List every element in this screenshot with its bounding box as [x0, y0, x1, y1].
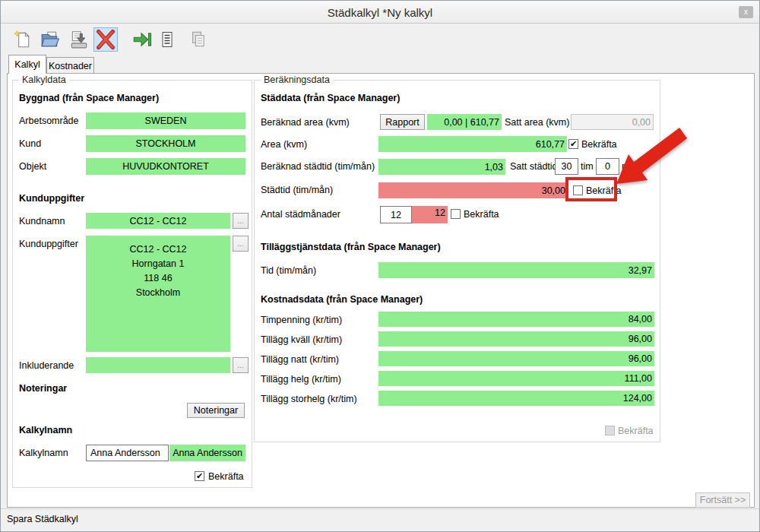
label-arbetsomrade: Arbetsområde — [19, 116, 79, 127]
field-tillagg-storhelg: 124,00 — [378, 391, 654, 406]
label-satt-area: Satt area (kvm) — [505, 117, 569, 128]
copy-icon — [187, 30, 207, 49]
field-tillagg-natt: 96,00 — [378, 351, 654, 366]
label-beraknad-stadtid: Beräknad städtid (tim/mån) — [261, 161, 375, 173]
label-inkluderande: Inkluderande — [19, 360, 74, 372]
save-button[interactable] — [67, 27, 91, 52]
field-area: 610,77 — [378, 136, 567, 152]
label-antal-stadmanader: Antal städmånader — [261, 209, 340, 220]
field-beraknad-area: 0,00 | 610,77 — [427, 114, 502, 130]
delete-x-icon — [95, 29, 116, 50]
label-stadtid: Städtid (tim/mån) — [261, 185, 333, 196]
label-kundnamn: Kundnamn — [19, 216, 65, 227]
tab-page-kalkyl: Kalkyldata Byggnad (från Space Manager) … — [7, 73, 755, 508]
field-kalkylnamn-confirmed: Anna Andersson — [169, 445, 245, 461]
field-antal-stadmanader: 12 — [412, 206, 448, 223]
field-kunduppgifter-detaljer: CC12 - CC12 Horngatan 1 118 46 Stockholm — [86, 236, 230, 352]
tab-kalkyl[interactable]: Kalkyl — [8, 55, 46, 74]
group-berakningsdata-legend: Beräkningsdata — [261, 74, 333, 85]
kund-line-1: CC12 - CC12 — [129, 242, 186, 257]
heading-kostnadsdata: Kostnadsdata (från Space Manager) — [261, 294, 423, 305]
label-tim: tim — [581, 161, 594, 173]
heading-kalkylnamn: Kalkylnamn — [19, 425, 72, 435]
field-inkluderande — [86, 357, 230, 373]
field-tillagg-kvall: 96,00 — [378, 331, 654, 347]
rapport-button[interactable]: Rapport — [380, 114, 425, 130]
group-berakningsdata: Beräkningsdata Städdata (från Space Mana… — [254, 80, 660, 442]
close-button[interactable]: x — [739, 6, 753, 18]
field-kundnamn: CC12 - CC12 — [86, 213, 230, 229]
heading-byggnad: Byggnad (från Space Manager) — [19, 93, 159, 103]
field-beraknad-stadtid: 1,03 — [378, 159, 505, 175]
label-area: Area (kvm) — [261, 139, 307, 150]
label-tillagg-helg: Tillägg helg (kr/tim) — [261, 374, 341, 385]
title-bar: Städkalkyl *Ny kalkyl x — [1, 1, 759, 24]
label-beraknad-area: Beräknad area (kvm) — [261, 117, 350, 128]
tab-kostnader[interactable]: Kostnader — [46, 57, 94, 74]
field-kund: STOCKHOLM — [86, 135, 245, 152]
toolbar — [1, 24, 759, 55]
heading-kunduppgifter: Kunduppgifter — [19, 193, 84, 204]
report-button[interactable] — [155, 27, 179, 52]
antal-stadmanader-input[interactable] — [380, 206, 412, 223]
app-window: Städkalkyl *Ny kalkyl x — [0, 0, 760, 532]
heading-staddata: Städdata (från Space Manager) — [261, 93, 400, 103]
field-timpenning: 84,00 — [378, 312, 654, 327]
kunduppgifter-browse-button[interactable]: ... — [233, 236, 249, 252]
status-text: Spara Städkalkyl — [7, 514, 78, 524]
inkluderande-browse-button[interactable]: ... — [233, 357, 249, 373]
noteringar-button[interactable]: Noteringar — [187, 403, 245, 418]
field-tid: 32,97 — [378, 262, 654, 278]
field-stadtid: 30,00 — [378, 182, 568, 198]
label-kund: Kund — [19, 138, 41, 150]
satt-stadtid-tim-input[interactable] — [555, 158, 578, 175]
window-title: Städkalkyl *Ny kalkyl — [1, 6, 759, 19]
fortsatt-button[interactable]: Fortsätt >> — [695, 492, 750, 508]
area-bekrafta-label: Bekräfta — [581, 139, 617, 150]
kalkylnamn-input[interactable] — [86, 445, 169, 461]
status-bar: Spara Städkalkyl — [1, 508, 759, 528]
open-button[interactable] — [38, 27, 62, 52]
label-min: min — [622, 161, 637, 173]
field-tillagg-helg: 111,00 — [378, 371, 654, 386]
heading-tillaggstjanst: Tilläggstjänstdata (från Space Manager) — [261, 242, 441, 252]
save-icon — [69, 30, 89, 49]
delete-button[interactable] — [93, 27, 118, 52]
field-objekt: HUVUDKONTORET — [86, 158, 245, 175]
antal-stadmanader-bekrafta-label: Bekräfta — [464, 209, 499, 220]
kalkylnamn-bekrafta-label: Bekräfta — [208, 471, 244, 483]
export-button[interactable] — [129, 27, 154, 52]
label-tillagg-kvall: Tillägg kväll (kr/tim) — [261, 334, 342, 346]
heading-noteringar: Noteringar — [19, 383, 67, 394]
label-tillagg-natt: Tillägg natt (kr/tim) — [261, 354, 339, 366]
label-timpenning: Timpenning (kr/tim) — [261, 315, 342, 326]
kund-line-4: Stockholm — [136, 286, 180, 300]
label-kalkylnamn: Kalkylnamn — [19, 448, 68, 459]
satt-stadtid-min-input[interactable] — [596, 158, 619, 175]
new-document-button[interactable] — [10, 27, 34, 52]
field-satt-area: 0,00 — [571, 114, 654, 130]
area-bekrafta-checkbox[interactable] — [568, 139, 578, 149]
antal-stadmanader-bekrafta-checkbox[interactable] — [451, 209, 461, 219]
open-folder-icon — [40, 30, 60, 49]
field-arbetsomrade: SWEDEN — [86, 112, 245, 129]
export-arrow-icon — [131, 30, 151, 49]
kundnamn-browse-button[interactable]: ... — [233, 213, 249, 229]
group-kalkyldata: Kalkyldata Byggnad (från Space Manager) … — [12, 80, 252, 488]
label-tid: Tid (tim/mån) — [261, 265, 316, 277]
kund-line-3: 118 46 — [144, 271, 172, 286]
kund-line-2: Horngatan 1 — [132, 257, 185, 271]
label-tillagg-storhelg: Tillägg storhelg (kr/tim) — [261, 394, 357, 405]
berakningsdata-bekrafta-checkbox-disabled — [605, 426, 615, 435]
berakningsdata-bekrafta-label-disabled: Bekräfta — [618, 426, 654, 437]
annotation-highlight-rect — [565, 177, 617, 201]
new-document-icon — [12, 30, 32, 49]
group-kalkyldata-legend: Kalkyldata — [19, 74, 69, 85]
kalkylnamn-bekrafta-checkbox[interactable] — [195, 471, 204, 481]
copy-button[interactable] — [185, 27, 209, 52]
label-kunduppgifter-detaljer: Kunduppgifter — [19, 239, 78, 250]
label-satt-stadtid: Satt städtid — [510, 161, 558, 173]
label-objekt: Objekt — [19, 161, 46, 173]
report-document-icon — [158, 30, 176, 49]
